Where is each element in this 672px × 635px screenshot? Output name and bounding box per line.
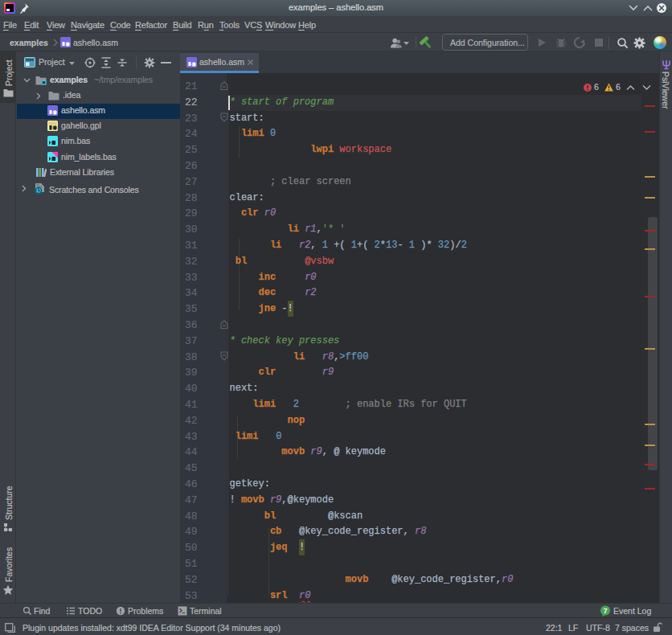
svg-text:7: 7: [604, 607, 608, 615]
